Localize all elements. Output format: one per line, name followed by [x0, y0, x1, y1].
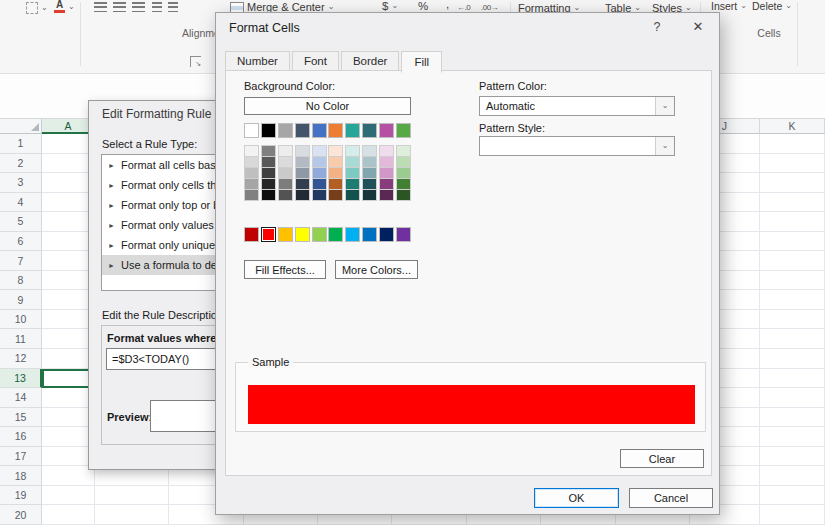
- decrease-indent-button[interactable]: [152, 2, 162, 12]
- color-swatch[interactable]: [261, 123, 276, 138]
- row-header-16[interactable]: 16: [0, 427, 42, 447]
- decrease-decimal-button[interactable]: .00→: [481, 3, 498, 12]
- row-header-14[interactable]: 14: [0, 388, 42, 408]
- color-swatch[interactable]: [295, 123, 310, 138]
- color-swatch[interactable]: [261, 227, 276, 242]
- comma-style-button[interactable]: ,: [446, 0, 449, 10]
- grid-cell[interactable]: [760, 154, 825, 174]
- color-swatch[interactable]: [379, 123, 394, 138]
- row-header-9[interactable]: 9: [0, 290, 42, 310]
- row-header-12[interactable]: 12: [0, 349, 42, 369]
- color-swatch[interactable]: [244, 123, 259, 138]
- grid-cell[interactable]: [760, 290, 825, 310]
- no-color-button[interactable]: No Color: [244, 97, 411, 115]
- grid-cell[interactable]: [760, 329, 825, 349]
- insert-cells-button[interactable]: Insert ⌄: [711, 0, 747, 12]
- color-swatch[interactable]: [312, 123, 327, 138]
- color-swatch[interactable]: [278, 189, 293, 201]
- grid-cell[interactable]: [760, 505, 825, 525]
- color-swatch[interactable]: [295, 227, 310, 242]
- delete-cells-button[interactable]: Delete ⌄: [752, 0, 792, 12]
- clear-button[interactable]: Clear: [620, 449, 704, 468]
- pattern-style-select[interactable]: ⌄: [479, 136, 675, 156]
- dialog-launcher-icon[interactable]: ↘: [190, 56, 201, 67]
- ok-button[interactable]: OK: [534, 488, 619, 508]
- tab-number[interactable]: Number: [225, 51, 290, 72]
- accounting-format-button[interactable]: $ ⌄: [382, 0, 398, 12]
- grid-cell[interactable]: [760, 427, 825, 447]
- align-left-button[interactable]: [94, 2, 107, 12]
- grid-cell[interactable]: [760, 134, 825, 154]
- column-header-k[interactable]: K: [760, 119, 825, 134]
- percent-style-button[interactable]: %: [418, 0, 428, 12]
- color-swatch[interactable]: [328, 227, 343, 242]
- row-header-6[interactable]: 6: [0, 232, 42, 252]
- grid-cell[interactable]: [760, 251, 825, 271]
- color-swatch[interactable]: [328, 189, 343, 201]
- row-header-10[interactable]: 10: [0, 310, 42, 330]
- row-header-7[interactable]: 7: [0, 251, 42, 271]
- tab-font[interactable]: Font: [292, 51, 339, 72]
- grid-cell[interactable]: [95, 486, 169, 506]
- row-header-3[interactable]: 3: [0, 173, 42, 193]
- grid-cell[interactable]: [760, 310, 825, 330]
- row-header-1[interactable]: 1: [0, 134, 42, 154]
- color-swatch[interactable]: [261, 189, 276, 201]
- color-swatch[interactable]: [362, 227, 377, 242]
- color-swatch[interactable]: [244, 227, 259, 242]
- row-header-5[interactable]: 5: [0, 212, 42, 232]
- row-header-13[interactable]: 13: [0, 369, 42, 389]
- grid-cell[interactable]: [42, 505, 95, 525]
- grid-cell[interactable]: [760, 369, 825, 389]
- increase-decimal-button[interactable]: ←.0: [457, 3, 470, 12]
- row-header-8[interactable]: 8: [0, 271, 42, 291]
- color-swatch[interactable]: [244, 189, 259, 201]
- select-all-corner[interactable]: [0, 119, 42, 134]
- grid-cell[interactable]: [760, 212, 825, 232]
- color-swatch[interactable]: [295, 189, 310, 201]
- fill-effects-button[interactable]: Fill Effects...: [244, 260, 326, 279]
- close-icon[interactable]: ✕: [689, 19, 707, 34]
- grid-cell[interactable]: [95, 505, 169, 525]
- grid-cell[interactable]: [760, 408, 825, 428]
- grid-cell[interactable]: [760, 388, 825, 408]
- grid-cell[interactable]: [760, 232, 825, 252]
- grid-cell[interactable]: [42, 486, 95, 506]
- combo-dropdown-button[interactable]: ⌄: [655, 137, 674, 155]
- color-swatch[interactable]: [345, 123, 360, 138]
- align-center-button[interactable]: [113, 2, 126, 12]
- row-header-20[interactable]: 20: [0, 505, 42, 525]
- grid-cell[interactable]: [760, 486, 825, 506]
- cancel-button[interactable]: Cancel: [629, 488, 713, 508]
- grid-cell[interactable]: [760, 349, 825, 369]
- combo-dropdown-button[interactable]: ⌄: [655, 97, 674, 115]
- align-right-button[interactable]: [132, 2, 145, 12]
- color-swatch[interactable]: [312, 227, 327, 242]
- increase-indent-button[interactable]: [168, 2, 178, 12]
- font-color-button[interactable]: A ⌄: [54, 0, 75, 13]
- row-header-18[interactable]: 18: [0, 466, 42, 486]
- grid-cell[interactable]: [760, 466, 825, 486]
- row-header-15[interactable]: 15: [0, 408, 42, 428]
- grid-cell[interactable]: [760, 193, 825, 213]
- tab-fill[interactable]: Fill: [401, 51, 442, 73]
- pattern-color-select[interactable]: Automatic ⌄: [479, 96, 675, 116]
- color-swatch[interactable]: [379, 227, 394, 242]
- grid-cell[interactable]: [760, 173, 825, 193]
- row-header-17[interactable]: 17: [0, 447, 42, 467]
- help-button[interactable]: ?: [649, 20, 665, 34]
- color-swatch[interactable]: [345, 227, 360, 242]
- row-header-2[interactable]: 2: [0, 154, 42, 174]
- row-header-11[interactable]: 11: [0, 329, 42, 349]
- color-swatch[interactable]: [312, 189, 327, 201]
- color-swatch[interactable]: [396, 227, 411, 242]
- row-header-4[interactable]: 4: [0, 193, 42, 213]
- color-swatch[interactable]: [379, 189, 394, 201]
- color-swatch[interactable]: [345, 189, 360, 201]
- borders-button[interactable]: ⌄: [26, 2, 48, 14]
- row-header-19[interactable]: 19: [0, 486, 42, 506]
- tab-border[interactable]: Border: [341, 51, 400, 72]
- grid-cell[interactable]: [760, 271, 825, 291]
- color-swatch[interactable]: [328, 123, 343, 138]
- more-colors-button[interactable]: More Colors...: [335, 260, 418, 279]
